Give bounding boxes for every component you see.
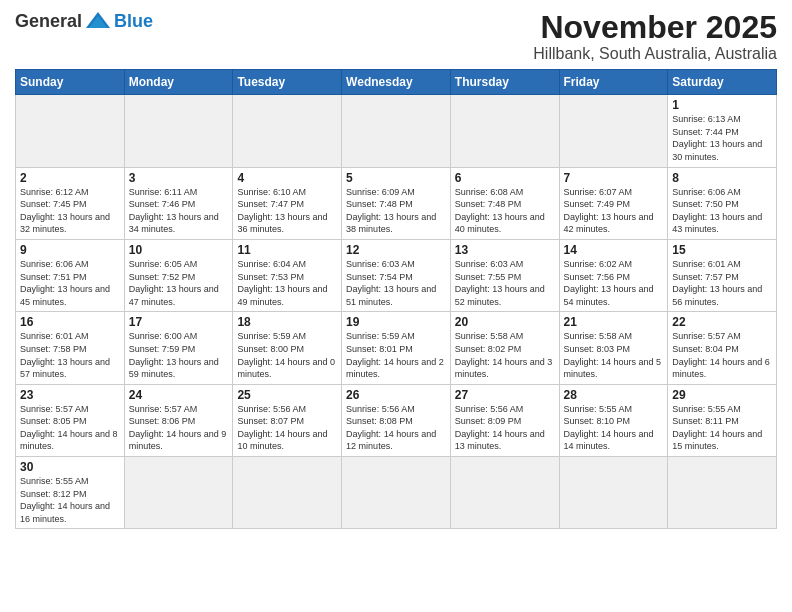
weekday-header-tuesday: Tuesday: [233, 70, 342, 95]
calendar-cell: 1Sunrise: 6:13 AMSunset: 7:44 PMDaylight…: [668, 95, 777, 167]
day-info: Sunrise: 6:01 AMSunset: 7:57 PMDaylight:…: [672, 258, 772, 308]
calendar-cell: 10Sunrise: 6:05 AMSunset: 7:52 PMDayligh…: [124, 239, 233, 311]
day-number: 9: [20, 243, 120, 257]
day-info: Sunrise: 5:56 AMSunset: 8:07 PMDaylight:…: [237, 403, 337, 453]
day-info: Sunrise: 5:58 AMSunset: 8:02 PMDaylight:…: [455, 330, 555, 380]
day-number: 28: [564, 388, 664, 402]
day-info: Sunrise: 6:05 AMSunset: 7:52 PMDaylight:…: [129, 258, 229, 308]
month-title: November 2025: [533, 10, 777, 45]
calendar-cell: 15Sunrise: 6:01 AMSunset: 7:57 PMDayligh…: [668, 239, 777, 311]
day-info: Sunrise: 6:01 AMSunset: 7:58 PMDaylight:…: [20, 330, 120, 380]
day-number: 25: [237, 388, 337, 402]
calendar-cell: [16, 95, 125, 167]
day-info: Sunrise: 6:13 AMSunset: 7:44 PMDaylight:…: [672, 113, 772, 163]
calendar-cell: 27Sunrise: 5:56 AMSunset: 8:09 PMDayligh…: [450, 384, 559, 456]
day-info: Sunrise: 6:06 AMSunset: 7:51 PMDaylight:…: [20, 258, 120, 308]
day-info: Sunrise: 6:06 AMSunset: 7:50 PMDaylight:…: [672, 186, 772, 236]
logo-area: General Blue: [15, 10, 153, 32]
day-info: Sunrise: 6:10 AMSunset: 7:47 PMDaylight:…: [237, 186, 337, 236]
day-number: 11: [237, 243, 337, 257]
day-number: 2: [20, 171, 120, 185]
day-number: 17: [129, 315, 229, 329]
day-info: Sunrise: 6:03 AMSunset: 7:55 PMDaylight:…: [455, 258, 555, 308]
day-number: 13: [455, 243, 555, 257]
day-number: 8: [672, 171, 772, 185]
day-number: 6: [455, 171, 555, 185]
page: General Blue November 2025 Hillbank, Sou…: [0, 0, 792, 539]
day-info: Sunrise: 6:03 AMSunset: 7:54 PMDaylight:…: [346, 258, 446, 308]
day-info: Sunrise: 5:55 AMSunset: 8:11 PMDaylight:…: [672, 403, 772, 453]
calendar-table: SundayMondayTuesdayWednesdayThursdayFrid…: [15, 69, 777, 529]
calendar-cell: [450, 457, 559, 529]
day-number: 27: [455, 388, 555, 402]
calendar-week-row: 9Sunrise: 6:06 AMSunset: 7:51 PMDaylight…: [16, 239, 777, 311]
day-info: Sunrise: 6:04 AMSunset: 7:53 PMDaylight:…: [237, 258, 337, 308]
day-number: 5: [346, 171, 446, 185]
calendar-cell: 7Sunrise: 6:07 AMSunset: 7:49 PMDaylight…: [559, 167, 668, 239]
calendar-cell: 6Sunrise: 6:08 AMSunset: 7:48 PMDaylight…: [450, 167, 559, 239]
calendar-cell: 28Sunrise: 5:55 AMSunset: 8:10 PMDayligh…: [559, 384, 668, 456]
calendar-cell: [450, 95, 559, 167]
day-number: 10: [129, 243, 229, 257]
calendar-cell: 13Sunrise: 6:03 AMSunset: 7:55 PMDayligh…: [450, 239, 559, 311]
day-info: Sunrise: 6:00 AMSunset: 7:59 PMDaylight:…: [129, 330, 229, 380]
logo: General Blue: [15, 10, 153, 32]
calendar-cell: [559, 457, 668, 529]
calendar-week-row: 1Sunrise: 6:13 AMSunset: 7:44 PMDaylight…: [16, 95, 777, 167]
day-number: 3: [129, 171, 229, 185]
day-info: Sunrise: 6:02 AMSunset: 7:56 PMDaylight:…: [564, 258, 664, 308]
day-number: 19: [346, 315, 446, 329]
calendar-cell: [124, 95, 233, 167]
calendar-cell: 9Sunrise: 6:06 AMSunset: 7:51 PMDaylight…: [16, 239, 125, 311]
calendar-cell: 19Sunrise: 5:59 AMSunset: 8:01 PMDayligh…: [342, 312, 451, 384]
calendar-cell: [668, 457, 777, 529]
title-area: November 2025 Hillbank, South Australia,…: [533, 10, 777, 63]
day-info: Sunrise: 6:09 AMSunset: 7:48 PMDaylight:…: [346, 186, 446, 236]
day-number: 24: [129, 388, 229, 402]
weekday-header-wednesday: Wednesday: [342, 70, 451, 95]
day-info: Sunrise: 5:59 AMSunset: 8:00 PMDaylight:…: [237, 330, 337, 380]
calendar-cell: 18Sunrise: 5:59 AMSunset: 8:00 PMDayligh…: [233, 312, 342, 384]
calendar-cell: [124, 457, 233, 529]
calendar-cell: 16Sunrise: 6:01 AMSunset: 7:58 PMDayligh…: [16, 312, 125, 384]
weekday-header-row: SundayMondayTuesdayWednesdayThursdayFrid…: [16, 70, 777, 95]
calendar-cell: [233, 457, 342, 529]
weekday-header-monday: Monday: [124, 70, 233, 95]
day-number: 12: [346, 243, 446, 257]
logo-blue: Blue: [114, 11, 153, 32]
weekday-header-thursday: Thursday: [450, 70, 559, 95]
calendar-week-row: 16Sunrise: 6:01 AMSunset: 7:58 PMDayligh…: [16, 312, 777, 384]
day-number: 29: [672, 388, 772, 402]
calendar-cell: 24Sunrise: 5:57 AMSunset: 8:06 PMDayligh…: [124, 384, 233, 456]
day-info: Sunrise: 5:56 AMSunset: 8:09 PMDaylight:…: [455, 403, 555, 453]
calendar-cell: 17Sunrise: 6:00 AMSunset: 7:59 PMDayligh…: [124, 312, 233, 384]
logo-general: General: [15, 11, 82, 32]
location-title: Hillbank, South Australia, Australia: [533, 45, 777, 63]
day-number: 21: [564, 315, 664, 329]
calendar-cell: 21Sunrise: 5:58 AMSunset: 8:03 PMDayligh…: [559, 312, 668, 384]
calendar-cell: 25Sunrise: 5:56 AMSunset: 8:07 PMDayligh…: [233, 384, 342, 456]
day-number: 1: [672, 98, 772, 112]
day-number: 18: [237, 315, 337, 329]
calendar-cell: 12Sunrise: 6:03 AMSunset: 7:54 PMDayligh…: [342, 239, 451, 311]
calendar-week-row: 23Sunrise: 5:57 AMSunset: 8:05 PMDayligh…: [16, 384, 777, 456]
day-number: 14: [564, 243, 664, 257]
calendar-cell: 2Sunrise: 6:12 AMSunset: 7:45 PMDaylight…: [16, 167, 125, 239]
calendar-cell: 23Sunrise: 5:57 AMSunset: 8:05 PMDayligh…: [16, 384, 125, 456]
calendar-week-row: 30Sunrise: 5:55 AMSunset: 8:12 PMDayligh…: [16, 457, 777, 529]
calendar-cell: 14Sunrise: 6:02 AMSunset: 7:56 PMDayligh…: [559, 239, 668, 311]
day-info: Sunrise: 5:55 AMSunset: 8:12 PMDaylight:…: [20, 475, 120, 525]
calendar-cell: 26Sunrise: 5:56 AMSunset: 8:08 PMDayligh…: [342, 384, 451, 456]
day-info: Sunrise: 5:55 AMSunset: 8:10 PMDaylight:…: [564, 403, 664, 453]
calendar-cell: 30Sunrise: 5:55 AMSunset: 8:12 PMDayligh…: [16, 457, 125, 529]
day-number: 30: [20, 460, 120, 474]
header: General Blue November 2025 Hillbank, Sou…: [15, 10, 777, 63]
calendar-cell: 8Sunrise: 6:06 AMSunset: 7:50 PMDaylight…: [668, 167, 777, 239]
day-info: Sunrise: 5:57 AMSunset: 8:04 PMDaylight:…: [672, 330, 772, 380]
calendar-cell: 29Sunrise: 5:55 AMSunset: 8:11 PMDayligh…: [668, 384, 777, 456]
calendar-cell: 22Sunrise: 5:57 AMSunset: 8:04 PMDayligh…: [668, 312, 777, 384]
day-number: 15: [672, 243, 772, 257]
calendar-cell: 3Sunrise: 6:11 AMSunset: 7:46 PMDaylight…: [124, 167, 233, 239]
day-number: 7: [564, 171, 664, 185]
calendar-cell: 5Sunrise: 6:09 AMSunset: 7:48 PMDaylight…: [342, 167, 451, 239]
